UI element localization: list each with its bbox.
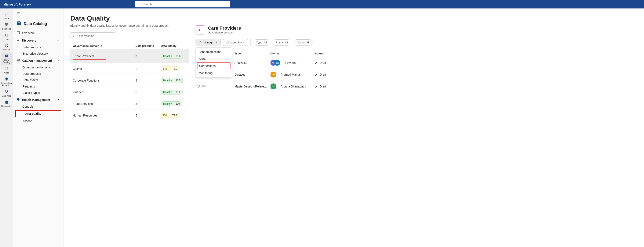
domain-row[interactable]: Corporate Functions4Healthy86.5: [70, 75, 189, 86]
col-asset-type[interactable]: Type: [234, 52, 270, 55]
nav-rail: Home Solutions Learn Settings Data Catal…: [0, 9, 13, 247]
filter-input[interactable]: [70, 33, 115, 39]
dd-alerts[interactable]: Alerts: [196, 55, 232, 62]
manage-button[interactable]: Manage: [196, 39, 220, 46]
sort-asc-icon: ↑: [101, 44, 102, 48]
page-subtitle: Identify and fix data quality issues by …: [70, 24, 189, 27]
sidebar-overview[interactable]: Overview: [13, 29, 63, 37]
chip-type[interactable]: Type: All: [253, 39, 270, 46]
domain-row[interactable]: Human Resources5Fair74.3: [70, 110, 189, 121]
domain-name: Corporate Functions: [73, 79, 136, 82]
domain-row[interactable]: Fraud Services3Healthy100: [70, 98, 189, 110]
domain-dp-count: 5: [136, 114, 161, 117]
domain-dp-count: 3: [136, 55, 161, 58]
col-governance-domain[interactable]: Governance domain ↑: [73, 44, 136, 48]
dd-connections[interactable]: Connections: [197, 63, 230, 69]
sidebar-actions[interactable]: Actions: [13, 118, 63, 124]
asset-type: Analytical: [234, 61, 270, 64]
asset-row[interactable]: TestMasterDataAndReferen...ADArpitha Dha…: [196, 81, 637, 92]
catalog-icon: [4, 54, 9, 58]
domain-dp-count: 6: [136, 90, 161, 94]
divider: [250, 39, 250, 46]
svg-rect-2: [5, 24, 6, 25]
detail-title: Care Providers: [208, 26, 241, 31]
asset-row[interactable]: AnalyticalNDSA2 ownersDraft: [196, 57, 637, 69]
hamburger-icon[interactable]: [16, 12, 20, 16]
rail-audit[interactable]: Audit: [1, 65, 12, 75]
asset-row[interactable]: DatasetPMPramod ManjaliDraft: [196, 69, 637, 81]
svg-rect-12: [5, 101, 8, 104]
home-icon: [4, 12, 9, 17]
chevron-up-icon: [57, 98, 60, 101]
rail-info-protection[interactable]: Information Protection: [1, 76, 12, 88]
chip-owner[interactable]: Owner: All: [294, 39, 312, 46]
domain-quality: Healthy100: [161, 101, 186, 106]
dd-monitoring[interactable]: Monitoring: [196, 70, 232, 77]
svg-point-6: [6, 45, 7, 46]
domain-dp-count: 3: [136, 102, 161, 106]
policy-icon: [4, 100, 9, 104]
wrench-icon: [199, 41, 202, 44]
sidebar-catalog-mgmt[interactable]: Catalog management: [13, 57, 63, 64]
rail-data-map[interactable]: Data Map: [1, 88, 12, 98]
sidebar-data-quality[interactable]: Data quality: [15, 110, 61, 117]
svg-line-20: [18, 41, 20, 41]
domain-table-header: Governance domain ↑ Data products Data q…: [70, 43, 189, 49]
search-input[interactable]: [135, 1, 230, 8]
rail-solutions[interactable]: Solutions: [1, 21, 12, 31]
sidebar-classic-types[interactable]: Classic types: [13, 90, 63, 96]
search-wrap: [135, 1, 230, 8]
svg-point-9: [5, 90, 6, 91]
col-asset-status[interactable]: Status: [315, 52, 334, 55]
asset-owner: PMPramod Manjali: [270, 72, 315, 78]
sidebar-health-mgmt[interactable]: Health management: [13, 96, 63, 103]
col-data-quality[interactable]: Data quality: [161, 44, 186, 48]
dd-scheduled-scans[interactable]: Scheduled scans: [196, 49, 232, 55]
sidebar-governance-domains[interactable]: Governance domains: [13, 64, 63, 71]
domain-name: Human Resources: [73, 114, 136, 117]
asset-type: Dataset: [234, 73, 270, 76]
sidebar-data-products-cat[interactable]: Data products: [13, 71, 63, 77]
svg-rect-16: [17, 21, 21, 25]
svg-rect-7: [5, 55, 8, 57]
rail-settings[interactable]: Settings: [1, 42, 12, 52]
svg-rect-4: [5, 25, 6, 26]
svg-rect-17: [18, 22, 20, 23]
main-content: Data Quality Identify and fix data quali…: [64, 9, 644, 247]
svg-rect-5: [6, 25, 8, 26]
sidebar-title: Data Catalog: [13, 20, 63, 29]
domain-dp-count: 2: [136, 67, 161, 71]
sidebar-discovery[interactable]: Discovery: [13, 37, 63, 44]
asset-status: Draft: [315, 61, 334, 64]
svg-rect-21: [17, 59, 20, 60]
domain-list-panel: Data Quality Identify and fix data quali…: [70, 15, 189, 241]
sidebar-data-products-disc[interactable]: Data products: [13, 44, 63, 50]
chip-status[interactable]: Status: All: [272, 39, 291, 46]
domain-quality: Fair74.3: [161, 113, 186, 118]
action-items-button[interactable]: 19 action items: [223, 39, 248, 46]
domain-name: Care Providers: [73, 53, 136, 60]
domain-row[interactable]: Finance6Healthy93.2: [70, 86, 189, 98]
col-data-products[interactable]: Data products: [136, 44, 161, 48]
sidebar-enterprise-glossary[interactable]: Enterprise glossary: [13, 50, 63, 57]
col-asset-owner[interactable]: Owner: [270, 52, 315, 55]
asset-type: MasterDataAndReferen...: [234, 85, 270, 88]
rail-learn[interactable]: Learn: [1, 32, 12, 42]
discovery-icon: [16, 38, 20, 42]
domain-row[interactable]: Care Providers3Healthy89.6: [70, 49, 189, 63]
filter-wrap: [70, 33, 189, 39]
sidebar-data-assets[interactable]: Data assets: [13, 77, 63, 83]
sidebar-requests[interactable]: Requests: [13, 83, 63, 90]
domain-quality: Healthy93.2: [161, 90, 186, 95]
sidebar-controls[interactable]: Controls: [13, 103, 63, 110]
sidebar: Data Catalog Overview Discovery Data pro…: [13, 9, 64, 247]
rail-data-policy[interactable]: Data policy: [1, 99, 12, 109]
svg-point-23: [17, 98, 20, 101]
domain-row[interactable]: Claims2Fair73.9: [70, 63, 189, 75]
domain-avatar: C: [196, 26, 205, 35]
page-title: Data Quality: [70, 15, 189, 22]
rail-home[interactable]: Home: [1, 11, 12, 21]
svg-point-10: [7, 90, 8, 91]
rail-data-catalog[interactable]: Data Catalog: [1, 53, 12, 65]
audit-icon: [4, 67, 9, 71]
